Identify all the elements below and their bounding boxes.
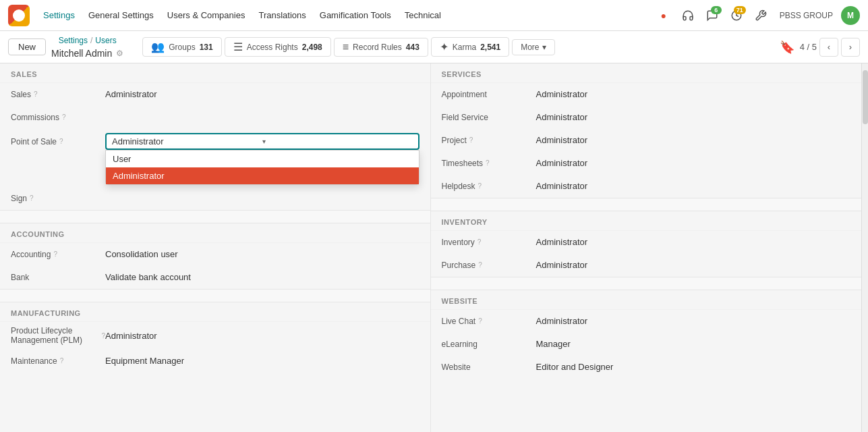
access-rights-icon: ☰ (233, 40, 243, 53)
nav-item-settings[interactable]: Settings (36, 0, 82, 31)
section-divider-2 (0, 289, 430, 302)
nav-item-technical[interactable]: Technical (398, 0, 448, 31)
field-value-website: Editor and Designer (536, 362, 851, 372)
scrollbar-track[interactable] (861, 63, 868, 432)
field-row-appointment: Appointment Administrator (431, 83, 862, 106)
stat-pill-karma[interactable]: ✦ Karma 2,541 (431, 37, 509, 57)
new-button[interactable]: New (8, 38, 46, 55)
record-rules-count: 443 (406, 43, 419, 52)
dropdown-arrow-icon: ▾ (262, 138, 413, 145)
field-value-helpdesk: Administrator (536, 181, 851, 191)
stat-pills: 👥 Groups 131 ☰ Access Rights 2,498 ≡ Rec… (142, 37, 554, 57)
prev-page-button[interactable]: ‹ (819, 38, 838, 57)
help-icon-live-chat[interactable]: ? (478, 317, 482, 325)
breadcrumb-parent[interactable]: Settings (59, 36, 88, 45)
field-row-plm: Product Lifecycle Management (PLM) ? Adm… (0, 322, 430, 350)
left-column: SALES Sales ? Administrator Commissions … (0, 63, 431, 432)
field-row-sign: Sign ? (0, 187, 430, 210)
content-area: SALES Sales ? Administrator Commissions … (0, 63, 861, 432)
karma-count: 2,541 (480, 43, 500, 52)
field-row-project: Project ? Administrator (431, 129, 862, 152)
help-icon-helpdesk[interactable]: ? (478, 182, 482, 190)
section-header-services: SERVICES (431, 63, 862, 83)
field-value-live-chat: Administrator (536, 316, 851, 326)
field-label-plm: Product Lifecycle Management (PLM) ? (11, 326, 105, 345)
phone-icon-btn[interactable]: ● (653, 5, 674, 26)
section-header-manufacturing: MANUFACTURING (0, 302, 430, 322)
stat-pill-access-rights[interactable]: ☰ Access Rights 2,498 (225, 37, 331, 57)
field-value-purchase: Administrator (536, 260, 851, 270)
field-label-website: Website (442, 362, 536, 372)
stat-pill-record-rules[interactable]: ≡ Record Rules 443 (334, 38, 428, 57)
field-row-field-service: Field Service Administrator (431, 106, 862, 129)
help-icon-accounting[interactable]: ? (53, 250, 57, 258)
dropdown-selected-value: Administrator (112, 136, 262, 146)
next-page-button[interactable]: › (841, 38, 860, 57)
field-row-bank: Bank Validate bank account (0, 266, 430, 289)
help-icon-maintenance[interactable]: ? (60, 357, 64, 364)
breadcrumb: Settings / Users Mitchell Admin ⚙ (51, 36, 123, 59)
field-row-inventory: Inventory ? Administrator (431, 231, 862, 254)
field-value-sales: Administrator (105, 89, 419, 99)
field-value-inventory: Administrator (536, 237, 851, 247)
headset-icon-btn[interactable] (677, 5, 699, 26)
help-icon-pos[interactable]: ? (59, 138, 63, 145)
field-label-accounting: Accounting ? (11, 250, 105, 259)
record-rules-icon: ≡ (343, 41, 349, 53)
dropdown-menu: User Administrator (105, 150, 419, 185)
nav-item-general-settings[interactable]: General Settings (82, 0, 161, 31)
app-logo[interactable] (8, 5, 30, 26)
dropdown-option-user[interactable]: User (106, 151, 419, 167)
more-label: More (521, 43, 539, 52)
field-label-live-chat: Live Chat ? (442, 317, 536, 326)
field-label-appointment: Appointment (442, 90, 536, 99)
field-row-purchase: Purchase ? Administrator (431, 254, 862, 277)
karma-label: Karma (453, 43, 476, 52)
dropdown-option-administrator[interactable]: Administrator (106, 167, 419, 184)
section-divider-1 (0, 210, 430, 223)
tools-icon-btn[interactable] (750, 5, 772, 26)
field-label-field-service: Field Service (442, 113, 536, 122)
field-row-helpdesk: Helpdesk ? Administrator (431, 175, 862, 198)
field-value-appointment: Administrator (536, 89, 851, 99)
field-label-sales: Sales ? (11, 90, 105, 99)
breadcrumb-separator: / (90, 36, 92, 45)
access-rights-label: Access Rights (247, 43, 298, 52)
scrollbar-thumb[interactable] (863, 70, 868, 124)
user-avatar[interactable]: M (841, 6, 860, 25)
field-row-point-of-sale: Point of Sale ? Administrator ▾ User Adm… (0, 129, 430, 155)
timer-icon-btn[interactable]: 71 (726, 5, 747, 26)
field-value-field-service: Administrator (536, 112, 851, 122)
section-header-accounting: ACCOUNTING (0, 223, 430, 243)
field-label-maintenance: Maintenance ? (11, 356, 105, 366)
nav-item-translations[interactable]: Translations (252, 0, 312, 31)
stat-pill-groups[interactable]: 👥 Groups 131 (142, 37, 221, 57)
field-row-sales: Sales ? Administrator (0, 83, 430, 106)
company-selector[interactable]: PBSS GROUP (774, 11, 838, 20)
help-icon-purchase[interactable]: ? (478, 261, 482, 269)
more-button[interactable]: More ▾ (512, 39, 554, 55)
section-header-website: WEBSITE (431, 290, 862, 310)
help-icon-inventory[interactable]: ? (478, 238, 482, 246)
field-value-project: Administrator (536, 135, 851, 145)
field-label-elearning: eLearning (442, 340, 536, 349)
field-label-commissions: Commissions ? (11, 113, 105, 122)
point-of-sale-dropdown[interactable]: Administrator ▾ (105, 133, 419, 150)
field-label-helpdesk: Helpdesk ? (442, 182, 536, 191)
timer-badge: 71 (734, 6, 746, 14)
help-icon-commissions[interactable]: ? (62, 113, 66, 121)
groups-label: Groups (169, 43, 195, 52)
help-icon-timesheets[interactable]: ? (486, 159, 490, 167)
help-icon-sign[interactable]: ? (30, 194, 34, 202)
nav-actions: 🔖 4 / 5 ‹ › (780, 38, 860, 57)
help-icon-sales[interactable]: ? (34, 90, 38, 98)
page-navigation: 4 / 5 ‹ › (800, 38, 860, 57)
help-icon-project[interactable]: ? (469, 136, 473, 144)
nav-item-gamification-tools[interactable]: Gamification Tools (313, 0, 398, 31)
bookmark-icon[interactable]: 🔖 (780, 40, 794, 55)
field-label-project: Project ? (442, 136, 536, 145)
chat-icon-btn[interactable]: 6 (701, 5, 723, 26)
breadcrumb-current[interactable]: Users (95, 36, 116, 45)
settings-gear-icon[interactable]: ⚙ (116, 49, 123, 58)
nav-item-users-companies[interactable]: Users & Companies (161, 0, 252, 31)
